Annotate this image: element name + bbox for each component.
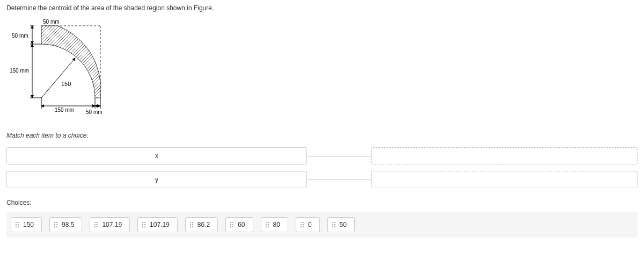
fig-radius-label: 150: [61, 81, 71, 87]
drag-handle-icon: [142, 222, 145, 227]
choice-chip[interactable]: 98.5: [49, 217, 82, 232]
choice-label: 150: [23, 221, 34, 228]
choice-chip[interactable]: 0: [296, 217, 320, 232]
drag-handle-icon: [266, 222, 269, 227]
question-text: Determine the centroid of the area of th…: [6, 4, 638, 12]
choice-label: 0: [308, 221, 312, 228]
drop-zone-y[interactable]: [371, 171, 638, 188]
fig-dim-top: 50 mm: [43, 19, 60, 25]
choice-chip[interactable]: 107.19: [90, 217, 130, 232]
drag-handle-icon: [230, 222, 233, 227]
choice-chip[interactable]: 150: [11, 217, 42, 232]
centroid-figure-svg: 150 50 mm 150 mm 50 mm 150 mm 50 mm: [6, 17, 114, 114]
choice-chip[interactable]: 107.19: [137, 217, 178, 232]
choice-chip[interactable]: 50: [327, 217, 355, 232]
choice-chip[interactable]: 86.2: [185, 217, 218, 232]
choices-label: Choices:: [6, 199, 638, 206]
drag-handle-icon: [190, 222, 193, 227]
drag-handle-icon: [332, 222, 335, 227]
fig-dim-bottom-left: 150 mm: [55, 107, 74, 113]
choice-label: 107.19: [150, 221, 170, 228]
choice-label: 107.19: [102, 221, 122, 228]
match-connector: [307, 180, 371, 180]
choice-label: 80: [273, 221, 280, 228]
choice-chip[interactable]: 80: [261, 217, 288, 232]
fig-dim-left-upper: 50 mm: [12, 33, 28, 39]
match-item-x: x: [6, 147, 307, 164]
drop-zone-x[interactable]: [371, 147, 638, 164]
drag-handle-icon: [54, 222, 57, 227]
choice-chip[interactable]: 60: [225, 217, 253, 232]
drag-handle-icon: [94, 222, 98, 227]
svg-line-2: [41, 58, 75, 98]
drag-handle-icon: [16, 222, 19, 227]
choice-label: 50: [340, 221, 347, 228]
match-connector: [307, 156, 371, 156]
choice-label: 86.2: [197, 221, 210, 228]
fig-dim-left-lower: 150 mm: [10, 68, 29, 74]
choice-label: 98.5: [62, 221, 74, 228]
figure: 150 50 mm 150 mm 50 mm 150 mm 50 mm: [6, 17, 638, 116]
fig-dim-bottom-right: 50 mm: [86, 109, 103, 114]
match-instruction: Match each item to a choice:: [6, 132, 638, 139]
choices-bar: 150 98.5 107.19 107.19 86.2 60 80 0 50: [6, 212, 638, 238]
match-row: y: [6, 171, 638, 188]
choice-label: 60: [238, 221, 245, 228]
match-row: x: [6, 147, 638, 164]
drag-handle-icon: [301, 222, 304, 227]
match-rows: x y: [6, 147, 638, 188]
match-item-y: y: [6, 171, 307, 188]
